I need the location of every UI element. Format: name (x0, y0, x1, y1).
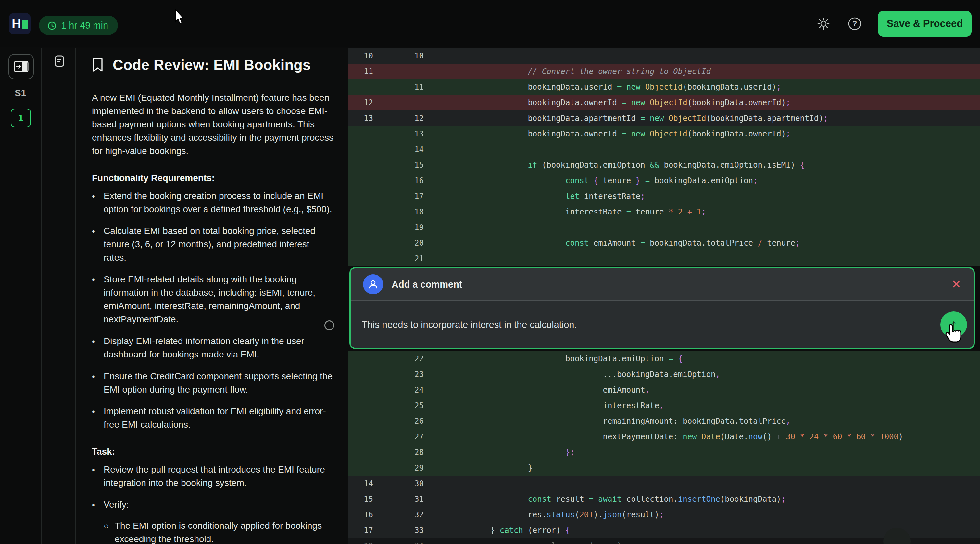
code-row: 25 interestRate, (348, 398, 980, 413)
func-requirements-header: Functionality Requirements: (92, 171, 333, 185)
code-line-text: console.error(error); (471, 541, 626, 544)
old-line-number[interactable]: 18 (348, 541, 414, 544)
list-item: •Verify:○The EMI option is conditionally… (92, 498, 333, 544)
new-line-number[interactable]: 21 (414, 254, 471, 263)
code-row: 13 bookingData.ownerId = new ObjectId(bo… (348, 126, 980, 142)
help-icon[interactable]: ? (847, 16, 862, 32)
theme-brightness-icon[interactable] (816, 16, 831, 32)
new-line-number[interactable]: 15 (414, 161, 471, 170)
new-line-number[interactable]: 27 (414, 432, 471, 441)
code-rows-top: 101011 // Convert the owner string to Ob… (348, 48, 980, 266)
new-line-number[interactable]: 13 (414, 129, 471, 139)
new-line-number[interactable]: 26 (414, 416, 471, 426)
code-row: 18 interestRate = tenure * 2 + 1; (348, 204, 980, 220)
new-line-number[interactable]: 25 (414, 401, 471, 410)
task-description-panel: Code Review: EMI Bookings A new EMI (Equ… (76, 48, 348, 544)
code-row: 16 const { tenure } = bookingData.emiOpt… (348, 173, 980, 188)
code-line-text: } catch (error) { (471, 526, 570, 535)
task-sub-item: ○The EMI option is conditionally applied… (103, 519, 333, 544)
question-1-button[interactable]: 1 (11, 108, 31, 128)
code-row: 12 bookingData.ownerId = new ObjectId(bo… (348, 95, 980, 110)
task-description-icon[interactable] (54, 55, 64, 68)
code-line-text: } (471, 463, 533, 472)
old-line-number[interactable]: 16 (348, 510, 414, 519)
new-line-number[interactable]: 19 (414, 223, 471, 232)
top-bar: H 1 hr 49 min ? (0, 0, 980, 48)
code-row: 23 ...bookingData.emiOption, (348, 367, 980, 382)
new-line-number[interactable]: 24 (414, 385, 471, 394)
code-line-text: const emiAmount = bookingData.totalPrice… (471, 239, 800, 247)
new-line-number[interactable]: 28 (414, 448, 471, 457)
code-line-text: remainingAmount: bookingData.totalPrice, (471, 416, 791, 426)
task-intro: A new EMI (Equated Monthly Installment) … (92, 91, 339, 158)
code-line-text: nextPaymentDate: new Date(Date.now() + 3… (471, 432, 903, 441)
code-row: 15 if (bookingData.emiOption && bookingD… (348, 157, 980, 173)
new-line-number[interactable]: 16 (414, 176, 471, 185)
code-line-text: ...bookingData.emiOption, (471, 370, 720, 379)
add-comment-dialog: Add a comment ✕ This needs to incorporat… (349, 267, 975, 349)
code-line-text: emiAmount, (471, 385, 650, 394)
new-line-number[interactable]: 32 (414, 510, 471, 519)
code-row: 24 emiAmount, (348, 382, 980, 398)
comment-input[interactable]: This needs to incorporate interest in th… (351, 319, 903, 330)
code-row: 17 let interestRate; (348, 188, 980, 204)
code-row: 29 } (348, 460, 980, 476)
left-rail: S1 1 (0, 48, 41, 544)
new-line-number[interactable]: 11 (414, 83, 471, 92)
code-row: 22 bookingData.emiOption = { (348, 351, 980, 367)
code-line-text: interestRate, (471, 401, 664, 410)
code-row: 1531 const result = await collection.ins… (348, 491, 980, 507)
code-rows-bottom: 22 bookingData.emiOption = {23 ...bookin… (348, 351, 980, 544)
rail-divider (42, 77, 76, 77)
new-line-number[interactable]: 31 (414, 495, 471, 504)
new-line-number[interactable]: 22 (414, 354, 471, 363)
code-line-text: let interestRate; (471, 192, 645, 201)
collapse-panel-button[interactable] (8, 54, 34, 79)
code-line-text: interestRate = tenure * 2 + 1; (471, 207, 706, 217)
code-line-text: res.status(201).json(result); (471, 510, 664, 519)
list-item: •Ensure the CreditCard component support… (92, 370, 333, 396)
new-line-number[interactable]: 18 (414, 207, 471, 217)
comment-dialog-header: Add a comment ✕ (351, 268, 974, 301)
old-line-number[interactable]: 10 (348, 51, 414, 61)
task-list: •Review the pull request that introduces… (92, 463, 333, 544)
new-line-number[interactable]: 34 (414, 541, 471, 544)
code-row: 1010 (348, 48, 980, 64)
user-avatar (363, 274, 383, 294)
new-line-number[interactable]: 33 (414, 526, 471, 535)
svg-text:?: ? (853, 19, 857, 28)
code-line-text: bookingData.apartmentId = new ObjectId(b… (471, 114, 828, 123)
list-item: •Implement robust validation for EMI eli… (92, 405, 333, 431)
new-line-number[interactable]: 17 (414, 192, 471, 201)
new-line-number[interactable]: 14 (414, 145, 471, 154)
new-line-number[interactable]: 30 (414, 479, 471, 488)
code-row: 21 (348, 251, 980, 266)
old-line-number[interactable]: 11 (348, 67, 414, 76)
old-line-number[interactable]: 17 (348, 526, 414, 535)
new-line-number[interactable]: 29 (414, 463, 471, 472)
code-row: 11 bookingData.userId = new ObjectId(boo… (348, 79, 980, 95)
comment-anchor-radio[interactable] (325, 321, 334, 330)
code-row: 19 (348, 220, 980, 235)
func-requirements-list: •Extend the booking creation process to … (92, 189, 333, 431)
new-line-number[interactable]: 12 (414, 114, 471, 123)
old-line-number[interactable]: 14 (348, 479, 414, 488)
code-line-text: const result = await collection.insertOn… (471, 495, 786, 504)
new-line-number[interactable]: 20 (414, 239, 471, 247)
code-line-text: const { tenure } = bookingData.emiOption… (471, 176, 757, 185)
code-row: 20 const emiAmount = bookingData.totalPr… (348, 235, 980, 251)
save-proceed-button[interactable]: Save & Proceed (878, 11, 972, 37)
task-header: Task: (92, 445, 333, 458)
comment-dialog-title: Add a comment (391, 279, 462, 290)
new-line-number[interactable]: 23 (414, 370, 471, 379)
old-line-number[interactable]: 13 (348, 114, 414, 123)
code-line-text: bookingData.ownerId = new ObjectId(booki… (471, 129, 791, 139)
logo-letter: H (12, 17, 21, 31)
old-line-number[interactable]: 12 (348, 98, 414, 107)
secondary-rail (42, 48, 76, 544)
new-line-number[interactable]: 10 (414, 51, 471, 61)
old-line-number[interactable]: 15 (348, 495, 414, 504)
close-icon[interactable]: ✕ (951, 279, 961, 290)
code-line-text: bookingData.userId = new ObjectId(bookin… (471, 83, 781, 92)
submit-comment-button[interactable]: ↑ (940, 311, 967, 338)
